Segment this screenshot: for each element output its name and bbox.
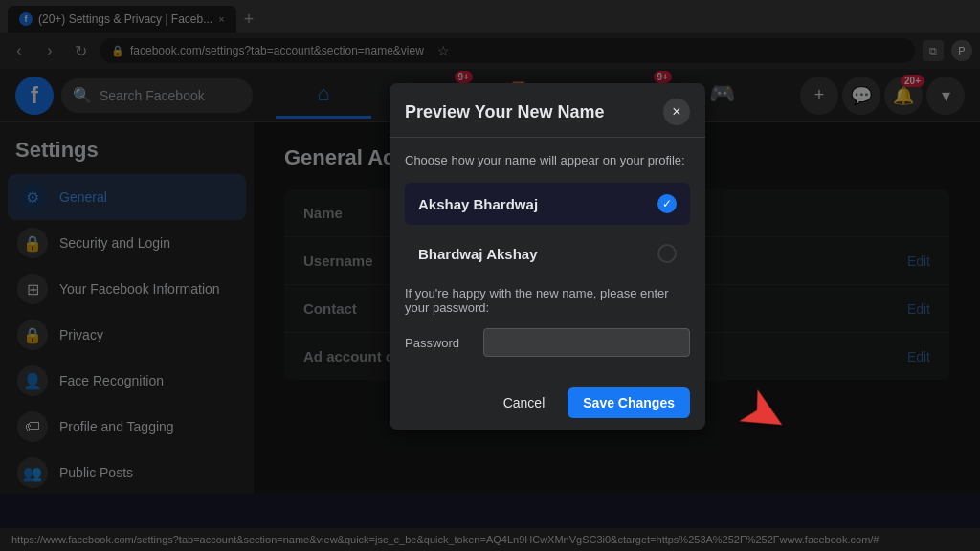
name-option-1-text: Akshay Bhardwaj xyxy=(418,196,538,212)
password-prompt: If you're happy with the new name, pleas… xyxy=(405,286,690,315)
radio-1-checked: ✓ xyxy=(657,194,677,213)
modal-body: Choose how your name will appear on your… xyxy=(390,138,705,376)
modal-title: Preview Your New Name xyxy=(405,102,604,122)
password-input[interactable] xyxy=(483,328,690,357)
save-changes-button[interactable]: Save Changes xyxy=(568,387,690,418)
password-label: Password xyxy=(405,336,472,350)
modal-header: Preview Your New Name × xyxy=(390,83,705,138)
password-row: Password xyxy=(405,328,690,357)
preview-name-modal: Preview Your New Name × Choose how your … xyxy=(390,83,705,430)
modal-footer: Cancel Save Changes xyxy=(390,376,705,430)
modal-close-button[interactable]: × xyxy=(663,99,690,125)
radio-2-unchecked xyxy=(657,244,677,263)
name-option-1[interactable]: Akshay Bhardwaj ✓ xyxy=(405,183,690,225)
name-option-2[interactable]: Bhardwaj Akshay xyxy=(405,232,690,275)
modal-description: Choose how your name will appear on your… xyxy=(405,153,690,167)
name-option-2-text: Bhardwaj Akshay xyxy=(418,246,538,262)
modal-overlay: Preview Your New Name × Choose how your … xyxy=(0,0,980,551)
cancel-button[interactable]: Cancel xyxy=(488,387,561,418)
